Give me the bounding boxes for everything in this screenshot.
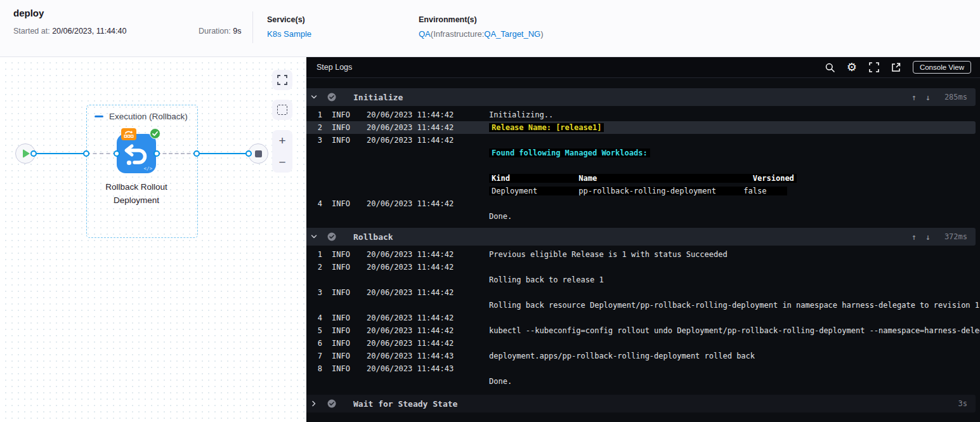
chevron-down-icon[interactable] [310, 93, 319, 101]
line-number: 7 [306, 352, 322, 360]
log-row: Rolling back resource Deployment/pp-roll… [306, 299, 980, 312]
scroll-to-top-icon[interactable]: ↑ [911, 93, 917, 102]
log-message: Found following Managed Workloads: [489, 148, 650, 157]
line-number: 6 [306, 339, 322, 348]
log-timestamp: 20/06/2023 11:44:42 [367, 136, 489, 145]
log-row: Done. [306, 210, 980, 223]
edge-start-to-group [34, 153, 86, 154]
connector-point [154, 150, 160, 157]
section-controls: 3s [939, 399, 967, 408]
started-label: Started at: [13, 27, 50, 36]
log-row: Kind Name Versioned [306, 172, 980, 185]
environment-infra-label: (Infrastructure: [431, 29, 485, 39]
step-logs-panel: Step Logs ⚙ Console View Initialize↑↓285… [306, 57, 980, 422]
environment-suffix: ) [540, 29, 543, 39]
rollback-step-node[interactable]: </> [117, 134, 156, 173]
log-section-header[interactable]: Rollback↑↓372ms [306, 228, 976, 246]
log-level: INFO [332, 326, 367, 335]
log-message: Initializing.. [489, 110, 980, 119]
log-timestamp: 20/06/2023 11:44:42 [367, 199, 489, 208]
log-row: 2INFO20/06/2023 11:44:42 [306, 261, 980, 274]
status-success-icon [327, 232, 336, 241]
log-message: Previous eligible Release is 1 with stat… [489, 250, 980, 259]
step-logs-title: Step Logs [317, 63, 352, 72]
pipeline-canvas[interactable]: Execution (Rollback) </> [0, 57, 306, 422]
log-message: Deployment pp-rollback-rolling-deploymen… [489, 187, 787, 195]
chevron-down-icon[interactable] [310, 233, 319, 241]
step-logs-toolbar: Step Logs ⚙ Console View [306, 57, 980, 78]
log-section: Wait for Steady State3s [306, 395, 980, 412]
services-block: Service(s) K8s Sample [267, 15, 311, 39]
environment-link[interactable]: QA [419, 29, 431, 39]
chevron-right-icon[interactable] [310, 400, 319, 407]
rolling-deployment-badge-icon [121, 128, 136, 140]
log-section-header[interactable]: Initialize↑↓285ms [306, 88, 976, 106]
log-row: 2INFO20/06/2023 11:44:42Release Name: [r… [306, 121, 976, 134]
section-controls: ↑↓372ms [911, 232, 967, 242]
log-level: INFO [332, 199, 367, 208]
started-value: 20/06/2023, 11:44:40 [52, 27, 126, 36]
log-message: deployment.apps/pp-rollback-rolling-depl… [489, 352, 980, 360]
connector-point [30, 150, 37, 157]
line-number: 5 [306, 326, 322, 335]
environments-block: Environment(s) QA(Infrastructure:QA_Targ… [419, 15, 544, 39]
log-row: 3INFO20/06/2023 11:44:42 [306, 134, 980, 147]
log-timestamp: 20/06/2023 11:44:42 [367, 110, 489, 119]
duration: Duration: 9s [199, 27, 241, 36]
section-label: Rollback [353, 232, 393, 242]
line-number: 8 [306, 364, 322, 373]
log-row: 7INFO20/06/2023 11:44:43deployment.apps/… [306, 350, 980, 362]
service-link[interactable]: K8s Sample [267, 29, 311, 39]
log-level: INFO [332, 313, 367, 322]
play-icon [23, 149, 30, 158]
open-in-new-tab-icon[interactable] [891, 63, 901, 72]
gear-icon[interactable]: ⚙ [847, 62, 857, 73]
duration-label: Duration: [199, 27, 231, 36]
log-body[interactable]: Initialize↑↓285ms1INFO20/06/2023 11:44:4… [306, 78, 980, 422]
canvas-select-button[interactable] [272, 100, 292, 120]
expand-fullscreen-icon[interactable] [869, 62, 879, 72]
log-level: INFO [332, 339, 367, 348]
zoom-in-button[interactable]: + [278, 135, 285, 147]
execution-group-label: Execution (Rollback) [109, 112, 188, 121]
scroll-to-bottom-icon[interactable]: ↓ [925, 93, 931, 102]
log-row: Deployment pp-rollback-rolling-deploymen… [306, 185, 980, 197]
scroll-to-bottom-icon[interactable]: ↓ [925, 232, 931, 242]
section-duration: 285ms [939, 93, 967, 102]
log-row: Done. [306, 375, 980, 388]
status-success-icon [327, 399, 336, 408]
log-rows: 1INFO20/06/2023 11:44:42Previous eligibl… [306, 246, 980, 391]
fullscreen-icon [277, 75, 287, 85]
log-level: INFO [332, 352, 367, 360]
marquee-select-icon [277, 105, 287, 115]
scroll-to-top-icon[interactable]: ↑ [911, 232, 917, 242]
line-number: 3 [306, 288, 322, 297]
environments-label: Environment(s) [419, 15, 544, 24]
section-controls: ↑↓285ms [911, 93, 967, 102]
log-section-header[interactable]: Wait for Steady State3s [306, 395, 976, 412]
zoom-out-button[interactable]: − [278, 156, 285, 168]
console-view-button[interactable]: Console View [913, 61, 971, 74]
log-row: 4INFO20/06/2023 11:44:42 [306, 197, 980, 210]
line-number: 2 [306, 123, 322, 132]
connector-point [114, 150, 120, 157]
log-message: Rolling back to release 1 [489, 275, 980, 284]
log-level: INFO [332, 364, 367, 373]
section-duration: 372ms [939, 232, 967, 241]
line-number: 1 [306, 250, 322, 259]
log-timestamp: 20/06/2023 11:44:42 [367, 326, 489, 335]
log-level: INFO [332, 110, 367, 119]
log-message: Kind Name Versioned [489, 174, 797, 183]
log-timestamp: 20/06/2023 11:44:42 [367, 263, 489, 272]
log-row: Rolling back to release 1 [306, 274, 980, 286]
canvas-fullscreen-button[interactable] [272, 70, 292, 90]
search-icon[interactable] [825, 63, 835, 72]
pipeline-title: deploy [13, 8, 44, 18]
log-rows: 1INFO20/06/2023 11:44:42Initializing..2I… [306, 106, 980, 226]
collapse-group-icon[interactable] [95, 115, 103, 117]
infrastructure-link[interactable]: QA_Target_NG [484, 29, 540, 39]
log-timestamp: 20/06/2023 11:44:42 [367, 313, 489, 322]
section-duration: 3s [939, 399, 967, 408]
line-number: 2 [306, 263, 322, 272]
section-label: Wait for Steady State [353, 399, 457, 409]
